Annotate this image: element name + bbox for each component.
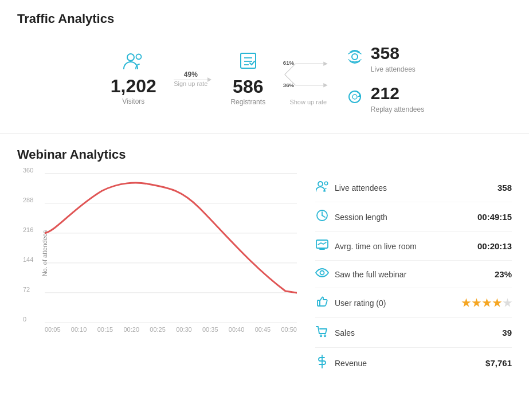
traffic-stats: 1,202 Visitors 49% Sign up rate (17, 38, 512, 119)
fork-svg: 61% 36% (283, 52, 334, 97)
svg-rect-36 (318, 300, 320, 306)
svg-marker-13 (323, 83, 328, 88)
metrics-table: Live attendees 358 Session length 00:49:… (315, 174, 512, 378)
revenue-icon (315, 355, 329, 371)
sales-icon (315, 325, 329, 340)
svg-line-34 (323, 242, 326, 244)
traffic-section: Traffic Analytics 1,202 Visitors (0, 0, 529, 134)
sales-label: Sales (335, 328, 496, 337)
replay-label: Replay attendees (371, 105, 424, 113)
signup-pct: 49% (184, 70, 198, 78)
session-length-icon (315, 209, 329, 225)
webinar-content: No. of attendees 360 288 216 (17, 174, 512, 378)
star-1: ★ (461, 297, 471, 309)
session-length-label: Session length (335, 213, 472, 222)
chart-svg (45, 174, 297, 323)
x-00-20: 00:20 (123, 326, 139, 333)
showup-label: Show up rate (289, 99, 327, 105)
svg-point-0 (127, 54, 134, 61)
x-00-45: 00:45 (255, 326, 271, 333)
stars: ★ ★ ★ ★ ★ (461, 297, 512, 309)
star-2: ★ (472, 297, 481, 309)
star-3: ★ (482, 297, 491, 309)
revenue-label: Revenue (335, 359, 480, 368)
metric-user-rating: User rating (0) ★ ★ ★ ★ ★ (315, 288, 512, 318)
live-attendees-label: Live attendees (335, 183, 492, 193)
user-rating-label: User rating (0) (335, 299, 456, 308)
metric-avg-time: Avrg. time on live room 00:20:13 (315, 232, 512, 261)
session-length-value: 00:49:15 (477, 212, 512, 222)
user-rating-icon (315, 295, 329, 311)
svg-point-14 (352, 54, 358, 60)
chart-grid: 360 288 216 144 72 (45, 174, 297, 323)
metric-session-length: Session length 00:49:15 (315, 202, 512, 232)
svg-point-25 (324, 182, 328, 185)
visitors-number: 1,202 (111, 77, 156, 95)
user-rating-value: ★ ★ ★ ★ ★ (461, 297, 512, 309)
revenue-value: $7,761 (485, 358, 512, 368)
svg-marker-8 (323, 62, 328, 66)
grid-label-72: 72 (23, 286, 30, 293)
metric-live-attendees: Live attendees 358 (315, 174, 512, 202)
registrants-label: Registrants (230, 98, 265, 106)
live-number: 358 (371, 44, 416, 63)
metric-full-webinar: Saw the full webinar 23% (315, 261, 512, 288)
svg-text:61%: 61% (283, 60, 295, 66)
grid-label-216: 216 (23, 226, 33, 233)
replay-icon (346, 89, 364, 108)
avg-time-value: 00:20:13 (477, 241, 512, 251)
svg-marker-17 (358, 94, 360, 97)
webinar-section: Webinar Analytics No. of attendees 360 2… (0, 134, 529, 390)
svg-rect-2 (241, 53, 256, 68)
right-stats: 358 Live attendees 212 (346, 44, 424, 113)
svg-rect-29 (316, 240, 328, 248)
x-00-10: 00:10 (71, 326, 87, 333)
grid-label-144: 144 (23, 256, 33, 263)
signup-arrow (174, 80, 208, 80)
signup-label: Sign up rate (174, 80, 207, 87)
svg-point-35 (320, 271, 324, 275)
traffic-title: Traffic Analytics (17, 11, 512, 26)
svg-point-1 (136, 54, 141, 59)
avg-time-label: Avrg. time on live room (335, 242, 472, 251)
metric-revenue: Revenue $7,761 (315, 348, 512, 378)
live-details: 358 Live attendees (371, 44, 416, 73)
svg-point-16 (352, 95, 357, 99)
visitors-icon (123, 52, 144, 73)
avg-time-icon (315, 239, 329, 253)
full-webinar-icon (315, 268, 329, 281)
live-attendees-icon (315, 180, 329, 195)
x-00-35: 00:35 (202, 326, 218, 333)
visitors-label: Visitors (122, 97, 144, 105)
svg-line-32 (318, 243, 321, 245)
full-webinar-label: Saw the full webinar (335, 270, 489, 279)
star-5: ★ (503, 297, 512, 309)
replay-details: 212 Replay attendees (371, 84, 424, 113)
page: Traffic Analytics 1,202 Visitors (0, 0, 529, 420)
registrants-icon (239, 52, 257, 74)
x-00-05: 00:05 (45, 326, 61, 333)
x-00-25: 00:25 (150, 326, 166, 333)
replay-number: 212 (371, 84, 424, 103)
metric-sales: Sales 39 (315, 318, 512, 348)
svg-line-28 (322, 215, 325, 217)
webinar-title: Webinar Analytics (17, 147, 512, 162)
svg-point-24 (318, 182, 323, 186)
live-label: Live attendees (371, 65, 416, 73)
visitors-block: 1,202 Visitors (105, 52, 162, 105)
registrants-number: 586 (233, 77, 263, 96)
svg-point-38 (324, 335, 326, 337)
grid-label-288: 288 (23, 197, 33, 203)
signup-rate-block: 49% Sign up rate (174, 70, 208, 87)
star-4: ★ (492, 297, 501, 309)
svg-text:36%: 36% (283, 82, 295, 88)
replay-row: 212 Replay attendees (346, 84, 424, 113)
x-00-15: 00:15 (97, 326, 113, 333)
live-icon (346, 49, 364, 68)
x-00-30: 00:30 (176, 326, 192, 333)
svg-point-37 (320, 335, 322, 337)
registrants-block: 586 Registrants (220, 52, 277, 106)
x-axis: 00:05 00:10 00:15 00:20 00:25 00:30 00:3… (45, 323, 297, 333)
full-webinar-value: 23% (495, 269, 512, 279)
x-00-50: 00:50 (281, 326, 297, 333)
